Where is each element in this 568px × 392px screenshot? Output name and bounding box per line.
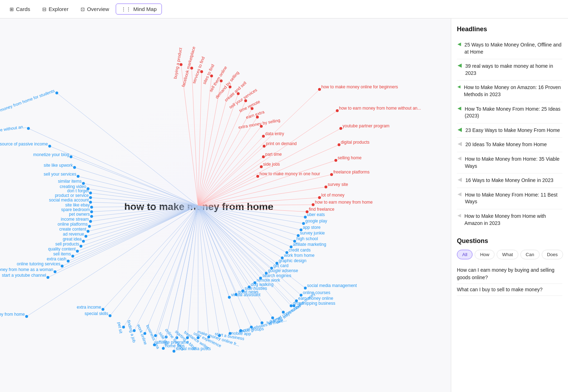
svg-text:start a youtube channel: start a youtube channel	[2, 273, 46, 278]
svg-point-200	[334, 159, 337, 162]
headline-item[interactable]: How to Make Money from Home: 35 Viable W…	[457, 152, 562, 173]
tab-cards[interactable]: ⊞ Cards	[4, 4, 36, 15]
headline-item[interactable]: 20 Ideas To Make Money from Home	[457, 138, 562, 152]
svg-text:quality content: quality content	[48, 247, 76, 252]
svg-text:how to make money from home wi: how to make money from home without an..…	[0, 124, 27, 140]
svg-point-11	[70, 155, 72, 158]
svg-text:how to make money from home fo: how to make money from home for students	[0, 88, 55, 121]
svg-point-209	[318, 196, 321, 199]
filter-how[interactable]: How	[475, 250, 495, 259]
tab-mindmap[interactable]: ⋮⋮ Mind Map	[116, 4, 162, 15]
headline-text: 23 Easy Ways to Make Money From Home	[465, 127, 560, 134]
svg-point-50	[87, 230, 89, 233]
svg-text:social media management: social media management	[307, 283, 357, 288]
svg-text:sell items: sell items	[53, 252, 71, 256]
filter-what[interactable]: What	[497, 250, 518, 259]
svg-point-206	[324, 186, 327, 188]
svg-text:similar items: similar items	[58, 179, 82, 184]
svg-text:app store: app store	[303, 225, 321, 230]
headline-item[interactable]: How To Make Money From Home: 25 Ideas (2…	[457, 102, 562, 123]
svg-text:sell products: sell products	[55, 242, 79, 247]
headline-text: How to Make Money from Home: 35 Viable W…	[465, 156, 562, 170]
svg-text:create content: create content	[59, 227, 87, 232]
svg-text:how to earn money from home wi: how to earn money from home without an..…	[339, 106, 421, 111]
svg-point-179	[262, 155, 265, 158]
headlines-list: 25 Ways to Make Money Online, Offline an…	[457, 38, 562, 230]
svg-point-188	[318, 88, 321, 91]
headline-item[interactable]: 39 real ways to make money at home in 20…	[457, 59, 562, 81]
svg-text:online platforms: online platforms	[58, 222, 88, 227]
svg-text:survey junkie: survey junkie	[300, 231, 325, 236]
svg-text:social media posts: social media posts	[176, 346, 211, 351]
svg-point-53	[84, 235, 87, 238]
headline-icon	[457, 192, 462, 197]
svg-text:lot of money: lot of money	[321, 193, 344, 198]
svg-point-59	[80, 245, 82, 248]
svg-text:special skills: special skills	[84, 311, 108, 316]
svg-point-77	[47, 276, 49, 279]
svg-text:pet owners: pet owners	[69, 212, 90, 217]
svg-point-182	[260, 165, 263, 168]
svg-point-44	[89, 220, 92, 223]
svg-point-2	[55, 92, 58, 94]
svg-text:how to make money online for b: how to make money online for beginners	[321, 84, 398, 89]
svg-point-41	[90, 215, 93, 218]
svg-text:high school: high school	[296, 236, 318, 241]
filter-does[interactable]: Does	[542, 250, 563, 259]
svg-point-266	[228, 296, 231, 299]
svg-point-35	[90, 206, 93, 209]
svg-text:google adsense: google adsense	[268, 268, 298, 273]
svg-text:earn money online: earn money online	[298, 296, 333, 301]
headline-text: 16 Ways to Make Money Online in 2023	[465, 177, 553, 184]
question-item[interactable]: What can I buy to sell to make money?	[457, 284, 562, 296]
svg-text:graphic design: graphic design	[279, 258, 306, 263]
svg-text:source of passive income: source of passive income	[0, 142, 48, 147]
svg-text:ad revenue: ad revenue	[63, 232, 84, 237]
svg-text:online tutoring services: online tutoring services	[17, 261, 60, 266]
nav-bar: ⊞ Cards ⊟ Explorer ⊡ Overview ⋮⋮ Mind Ma…	[0, 0, 568, 18]
questions-list: How can I earn money by buying and selli…	[457, 264, 562, 296]
question-item[interactable]: How can I earn money by buying and selli…	[457, 264, 562, 284]
svg-point-221	[302, 222, 305, 225]
headline-text: How to Make Money on Amazon: 16 Proven M…	[464, 84, 562, 98]
svg-text:work from home: work from home	[284, 253, 315, 258]
svg-text:credit cards: credit cards	[289, 248, 311, 253]
headline-item[interactable]: 25 Ways to Make Money Online, Offline an…	[457, 38, 562, 59]
filter-can[interactable]: Can	[520, 250, 540, 259]
svg-text:monetize your blog: monetize your blog	[33, 152, 69, 157]
svg-point-80	[102, 308, 104, 311]
svg-point-269	[304, 287, 307, 289]
headline-item[interactable]: How to Make Money from Home with Amazon …	[457, 209, 562, 230]
headline-item[interactable]: How to Make Money From Home: 11 Best Way…	[457, 188, 562, 209]
svg-text:virtual assistant: virtual assistant	[231, 292, 261, 297]
headline-text: 20 Ideas To Make Money from Home	[465, 141, 547, 148]
headline-icon	[457, 141, 463, 147]
svg-point-185	[256, 175, 259, 178]
svg-text:online courses: online courses	[303, 290, 330, 295]
headline-item[interactable]: 23 Easy Ways to Make Money From Home	[457, 123, 562, 138]
svg-point-176	[263, 145, 266, 148]
svg-point-65	[71, 255, 74, 258]
questions-section: Questions All How What Can Does How can …	[457, 237, 562, 296]
tab-explorer[interactable]: ⊟ Explorer	[37, 4, 74, 15]
svg-text:make money from home as a woma: make money from home as a woman	[0, 267, 53, 272]
headline-text: How to Make Money from Home with Amazon …	[464, 213, 562, 227]
mindmap-area[interactable]: how to make money from home how to make …	[0, 18, 451, 392]
filter-all[interactable]: All	[457, 250, 473, 259]
svg-point-5	[27, 127, 30, 130]
svg-text:spare bedroom: spare bedroom	[61, 207, 90, 212]
svg-point-74	[54, 270, 56, 273]
svg-text:freelance platforms: freelance platforms	[333, 170, 370, 175]
svg-text:site like upwork: site like upwork	[44, 163, 73, 168]
svg-point-194	[339, 127, 342, 130]
headline-item[interactable]: How to Make Money on Amazon: 16 Proven M…	[457, 81, 562, 102]
svg-point-191	[336, 109, 339, 112]
mindmap-svg: how to make money from home how to make …	[0, 18, 451, 392]
headline-item[interactable]: 16 Ways to Make Money Online in 2023	[457, 173, 562, 188]
mindmap-icon: ⋮⋮	[121, 6, 131, 12]
svg-point-68	[67, 260, 70, 263]
main-content: how to make money from home how to make …	[0, 18, 568, 392]
tab-overview[interactable]: ⊡ Overview	[75, 4, 115, 15]
overview-icon: ⊡	[81, 6, 85, 12]
svg-text:dropshipping business: dropshipping business	[293, 301, 335, 306]
